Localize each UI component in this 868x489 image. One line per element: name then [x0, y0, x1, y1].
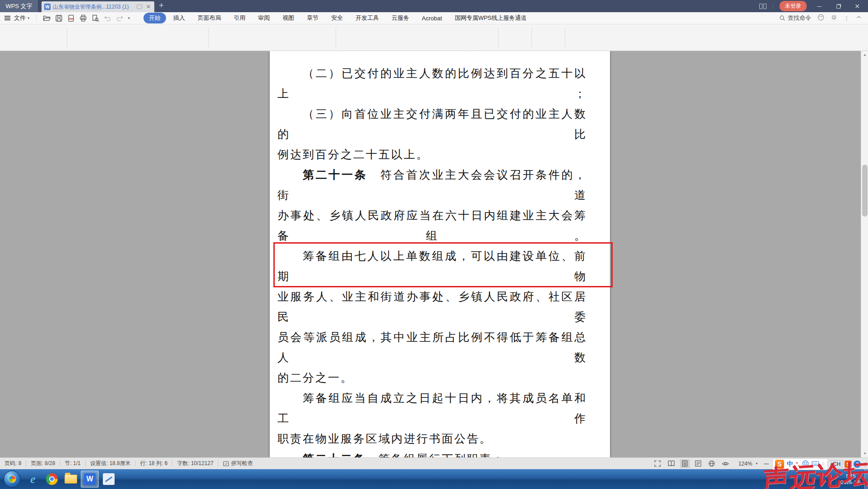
document-tab[interactable]: W 山东省物业管理条例...11203 (1) 🖵 ✕: [42, 1, 154, 12]
export-pdf-icon[interactable]: PDF: [67, 14, 75, 22]
close-tab-icon[interactable]: ✕: [145, 4, 152, 10]
zoom-level[interactable]: 124%: [739, 461, 753, 467]
document-line-6[interactable]: 业服务人、业主和街道办事处、乡镇人民政府、社区居民委: [277, 286, 587, 327]
print-preview-icon[interactable]: [92, 14, 99, 22]
document-line-3[interactable]: 第二十一条 符合首次业主大会会议召开条件的，街道: [277, 165, 587, 205]
menu-tab-10[interactable]: Acrobat: [416, 14, 448, 23]
new-tab-button[interactable]: +: [154, 0, 168, 12]
undo-icon[interactable]: [104, 14, 111, 22]
quick-access-toolbar: PDF ▾: [43, 14, 134, 22]
document-line-0[interactable]: （二）已交付的业主人数的比例达到百分之五十以上；: [277, 63, 587, 104]
wps-doc-icon: W: [44, 4, 51, 10]
page-layout-icon[interactable]: [680, 459, 690, 468]
document-line-8[interactable]: 的二分之一。: [277, 368, 587, 388]
document-line-10[interactable]: 职责在物业服务区域内进行书面公告。: [277, 429, 587, 449]
taskbar-explorer-icon[interactable]: [62, 471, 80, 488]
menu-tab-2[interactable]: 页面布局: [192, 13, 226, 23]
scroll-thumb[interactable]: [862, 165, 868, 217]
document-line-7[interactable]: 员会等派员组成，其中业主所占比例不得低于筹备组总人数: [277, 327, 587, 368]
redo-icon[interactable]: [116, 14, 124, 22]
taskbar-wps-icon[interactable]: W: [81, 471, 99, 488]
taskbar-app-icon[interactable]: [100, 471, 118, 488]
menu-tab-9[interactable]: 云服务: [386, 13, 415, 23]
taskbar-chrome-icon[interactable]: [43, 471, 61, 488]
feedback-icon[interactable]: [817, 14, 824, 22]
document-line-11[interactable]: 第二十二条 筹备组履行下列职责：: [277, 449, 587, 457]
ribbon-tabs: 开始插入页面布局引用审阅视图章节安全开发工具云服务Acrobat国网专属WPS线…: [143, 13, 532, 23]
save-icon[interactable]: [55, 14, 63, 22]
print-icon[interactable]: [79, 14, 87, 22]
minimize-button[interactable]: ─: [813, 3, 826, 10]
ribbon: 粘贴 ▾ 剪切 复制 格式刷 黑体▾ 三号▾ A+ A− wén 文 ▾ BI: [0, 24, 868, 51]
restore-button[interactable]: [832, 3, 845, 10]
outline-view-icon[interactable]: [693, 459, 703, 468]
menu-tab-6[interactable]: 章节: [301, 13, 324, 23]
document-page[interactable]: （二）已交付的业主人数的比例达到百分之五十以上；（三）向首位业主交付满两年且已交…: [270, 51, 610, 457]
workspace-icon[interactable]: [759, 4, 766, 9]
collapse-ribbon-icon[interactable]: [856, 14, 862, 22]
menu-tab-5[interactable]: 视图: [277, 13, 300, 23]
title-bar: WPS 文字 W 山东省物业管理条例...11203 (1) 🖵 ✕ + 未登录…: [0, 0, 868, 12]
scroll-up-icon[interactable]: ▲: [861, 51, 868, 59]
document-area: （二）已交付的业主人数的比例达到百分之五十以上；（三）向首位业主交付满两年且已交…: [0, 51, 868, 457]
eye-protect-icon[interactable]: [720, 459, 730, 468]
login-button[interactable]: 未登录: [780, 1, 807, 11]
more-options-icon[interactable]: ⋮: [844, 15, 850, 22]
status-item-5[interactable]: 字数: 10/12127: [172, 460, 218, 467]
spellcheck-button[interactable]: 拼写检查: [218, 460, 257, 467]
qat-dropdown-icon[interactable]: ▾: [128, 16, 130, 20]
document-line-4[interactable]: 办事处、乡镇人民政府应当在六十日内组建业主大会筹备组。: [277, 205, 587, 246]
share-screen-icon[interactable]: 🖵: [136, 4, 143, 10]
document-line-2[interactable]: 例达到百分之二十五以上。: [277, 144, 587, 165]
svg-text:PDF: PDF: [69, 17, 74, 20]
fullscreen-view-icon[interactable]: [653, 459, 663, 468]
vertical-scrollbar[interactable]: ▲ ▼: [861, 51, 868, 457]
taskbar: e W 5:15 2026-1-6: [0, 469, 868, 489]
settings-gear-icon[interactable]: [831, 14, 837, 22]
hamburger-icon[interactable]: [5, 15, 10, 21]
menu-tab-1[interactable]: 插入: [168, 13, 190, 23]
status-item-3[interactable]: 设置值: 18.8厘米: [86, 460, 135, 467]
wps-window: WPS 文字 W 山东省物业管理条例...11203 (1) 🖵 ✕ + 未登录…: [0, 0, 868, 489]
menu-tab-11[interactable]: 国网专属WPS线上服务通道: [449, 13, 532, 23]
read-layout-icon[interactable]: [666, 459, 676, 468]
open-icon[interactable]: [43, 14, 51, 22]
status-item-0[interactable]: 页码: 8: [0, 460, 26, 467]
menu-tab-3[interactable]: 引用: [228, 13, 251, 23]
file-menu[interactable]: 文件: [14, 14, 26, 22]
status-item-2[interactable]: 节: 1/1: [60, 460, 85, 467]
menu-tab-8[interactable]: 开发工具: [350, 13, 384, 23]
titlebar-divider: [773, 3, 773, 9]
status-item-1[interactable]: 页面: 8/28: [26, 460, 60, 467]
menu-tab-7[interactable]: 安全: [326, 13, 348, 23]
document-line-9[interactable]: 筹备组应当自成立之日起十日内，将其成员名单和工作: [277, 388, 587, 429]
file-menu-arrow[interactable]: ▾: [28, 16, 30, 20]
close-button[interactable]: ✕: [851, 3, 863, 10]
menu-tab-0[interactable]: 开始: [143, 13, 166, 23]
web-layout-icon[interactable]: [707, 459, 717, 468]
document-line-1[interactable]: （三）向首位业主交付满两年且已交付的业主人数的比: [277, 104, 587, 144]
menu-bar: 文件 ▾ PDF ▾ 开始插入页面布局引用审阅视图章节安全开发工具云服务Acro…: [0, 12, 868, 24]
document-tab-title: 山东省物业管理条例...11203 (1): [53, 3, 134, 11]
menu-tab-4[interactable]: 审阅: [253, 13, 275, 23]
zoom-dropdown-icon[interactable]: ▾: [756, 461, 757, 466]
app-logo[interactable]: WPS 文字: [0, 0, 38, 12]
taskbar-ie-icon[interactable]: e: [24, 471, 42, 488]
find-command[interactable]: 查找命令: [779, 14, 811, 22]
highlight-box: [273, 242, 613, 287]
status-bar: 页码: 8页面: 8/28节: 1/1设置值: 18.8厘米行: 18 列: 6…: [0, 457, 868, 469]
status-item-4[interactable]: 行: 18 列: 6: [136, 460, 172, 467]
start-button[interactable]: [4, 471, 21, 488]
